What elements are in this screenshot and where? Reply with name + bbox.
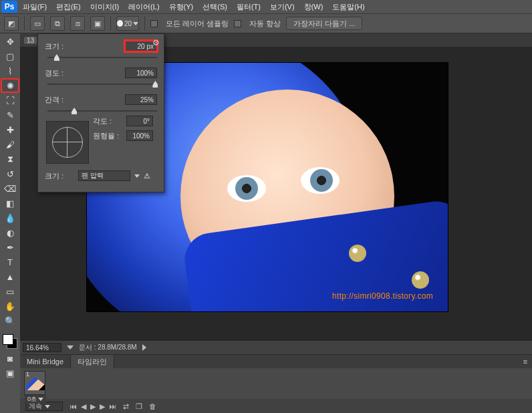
watermark-text: http://simri0908.tistory.com xyxy=(332,291,433,301)
image-eye-right xyxy=(301,167,340,194)
first-frame-icon[interactable]: ⏮ xyxy=(70,402,77,410)
eyedropper-tool-icon[interactable]: ✎ xyxy=(1,108,19,122)
pen-tool-icon[interactable]: ✒ xyxy=(1,241,19,254)
angle-label: 각도 : xyxy=(93,116,122,126)
size-mode-value: 펜 압력 xyxy=(82,171,104,180)
menu-help[interactable]: 도움말(H) xyxy=(328,1,368,13)
sample-all-layers-label: 모든 레이어 샘플링 xyxy=(166,19,229,29)
spacing-input[interactable]: 25% xyxy=(125,94,157,105)
stamp-tool-icon[interactable]: ⧗ xyxy=(1,152,19,166)
menu-file[interactable]: 파일(F) xyxy=(19,1,51,13)
duplicate-frame-icon[interactable]: ❐ xyxy=(136,402,142,411)
hand-tool-icon[interactable]: ✋ xyxy=(1,299,19,313)
refine-edge-button[interactable]: 가장자리 다듬기 ... xyxy=(286,17,362,30)
brush-tool-icon[interactable]: 🖌 xyxy=(1,138,19,151)
history-brush-tool-icon[interactable]: ↺ xyxy=(1,167,19,180)
auto-enhance-label: 자동 향상 xyxy=(249,19,281,29)
auto-enhance-checkbox[interactable] xyxy=(234,20,241,27)
panel-menu-icon[interactable]: ≡ xyxy=(519,355,532,368)
image-snap xyxy=(349,245,366,262)
roundness-label: 원형율 : xyxy=(93,131,122,141)
screen-mode-icon[interactable]: ▣ xyxy=(1,366,19,380)
warning-icon: ⚠ xyxy=(144,172,150,180)
sample-all-layers-checkbox[interactable] xyxy=(150,20,158,27)
next-frame-icon[interactable]: ▶ xyxy=(100,402,105,411)
doc-size-label: 문서 : 28.8M/28.8M xyxy=(79,343,137,352)
hardness-label: 경도 : xyxy=(45,68,74,78)
size-mode-select[interactable]: 펜 압력 xyxy=(78,170,130,181)
menu-layer[interactable]: 레이어(L) xyxy=(124,1,163,13)
size-label: 크기 : xyxy=(45,41,74,51)
menu-select[interactable]: 선택(S) xyxy=(198,1,231,13)
frame-number: 1 xyxy=(26,371,29,378)
zoom-input[interactable]: 16.64% xyxy=(23,343,61,352)
app-logo: Ps xyxy=(1,1,17,13)
foreground-color-swatch[interactable] xyxy=(3,334,13,345)
chevron-right-icon[interactable] xyxy=(142,344,146,351)
new-selection-icon[interactable]: ▭ xyxy=(30,16,45,31)
spacing-label: 간격 : xyxy=(45,95,74,105)
separator xyxy=(24,16,25,31)
intersect-selection-icon[interactable]: ▣ xyxy=(90,16,105,31)
chevron-down-icon[interactable] xyxy=(67,346,74,350)
prev-frame-icon[interactable]: ◀ xyxy=(81,402,86,411)
tool-panel: ✥ ▢ ⌇ ✺ ⛶ ✎ ✚ 🖌 ⧗ ↺ ⌫ ◧ 💧 ◐ ✒ T ▲ ▭ ✋ 🔍 … xyxy=(0,33,20,381)
delete-frame-icon[interactable]: 🗑 xyxy=(149,402,156,410)
separator xyxy=(110,16,111,31)
frame-thumbnail xyxy=(26,377,45,390)
angle-input[interactable]: 0° xyxy=(126,116,153,126)
size-mode-label: 크기 : xyxy=(45,171,74,181)
subtract-selection-icon[interactable]: ⧈ xyxy=(70,16,85,31)
path-selection-tool-icon[interactable]: ▲ xyxy=(1,270,19,283)
menu-type[interactable]: 유형(Y) xyxy=(165,1,198,13)
hardness-input[interactable]: 100% xyxy=(125,67,157,78)
timeline-frames: 1 0초 xyxy=(20,368,532,399)
zoom-tool-icon[interactable]: 🔍 xyxy=(1,314,19,327)
brush-dot-icon xyxy=(117,20,123,27)
menu-view[interactable]: 보기(V) xyxy=(266,1,299,13)
shape-tool-icon[interactable]: ▭ xyxy=(1,285,19,298)
tab-mini-bridge[interactable]: Mini Bridge xyxy=(20,355,71,368)
crop-tool-icon[interactable]: ⛶ xyxy=(1,94,19,107)
panel-tabs: Mini Bridge 타임라인 ≡ xyxy=(20,355,532,368)
quick-selection-tool-icon[interactable]: ✺ xyxy=(1,79,19,92)
image-snap xyxy=(412,271,429,289)
gradient-tool-icon[interactable]: ◧ xyxy=(1,196,19,210)
chevron-down-icon xyxy=(45,405,50,408)
roundness-input[interactable]: 100% xyxy=(126,130,153,141)
color-swatches[interactable] xyxy=(1,333,19,350)
add-selection-icon[interactable]: ⧉ xyxy=(50,16,65,31)
type-tool-icon[interactable]: T xyxy=(1,255,19,269)
marquee-tool-icon[interactable]: ▢ xyxy=(1,49,19,63)
frame-duration[interactable]: 0초 xyxy=(25,395,46,403)
menu-window[interactable]: 창(W) xyxy=(300,1,327,13)
menu-image[interactable]: 이미지(I) xyxy=(86,1,123,13)
brush-size-short: 20 xyxy=(124,20,132,27)
lasso-tool-icon[interactable]: ⌇ xyxy=(1,64,19,78)
tool-preset-icon[interactable]: ◩ xyxy=(4,16,19,31)
menu-edit[interactable]: 편집(E) xyxy=(52,1,85,13)
gear-icon[interactable]: ⚙ xyxy=(152,38,160,47)
size-slider[interactable] xyxy=(47,54,157,61)
timeline-frame[interactable]: 1 0초 xyxy=(24,371,45,395)
brush-preset-picker[interactable]: 20 xyxy=(116,16,139,31)
last-frame-icon[interactable]: ⏭ xyxy=(109,402,116,410)
chevron-down-icon xyxy=(133,22,138,25)
eraser-tool-icon[interactable]: ⌫ xyxy=(1,182,19,195)
options-bar: ◩ ▭ ⧉ ⧈ ▣ 20 모든 레이어 샘플링 자동 향상 가장자리 다듬기 .… xyxy=(0,13,532,33)
quick-mask-icon[interactable]: ◙ xyxy=(1,352,19,365)
bottom-panels: Mini Bridge 타임라인 ≡ 1 0초 계속 ⏮ ◀ ▶ ▶ ⏭ ⇄ ❐… xyxy=(20,354,532,413)
tab-number: 13 xyxy=(24,37,37,44)
healing-brush-tool-icon[interactable]: ✚ xyxy=(1,123,19,136)
brush-settings-popup: ⚙ 크기 : 20 px 경도 : 100% 간격 : 25% 각도 : 0° … xyxy=(37,33,164,192)
play-icon[interactable]: ▶ xyxy=(90,402,96,411)
dodge-tool-icon[interactable]: ◐ xyxy=(1,226,19,239)
tab-timeline[interactable]: 타임라인 xyxy=(71,355,114,368)
menu-filter[interactable]: 필터(T) xyxy=(233,1,265,13)
spacing-slider[interactable] xyxy=(47,108,157,114)
move-tool-icon[interactable]: ✥ xyxy=(1,35,19,48)
tween-icon[interactable]: ⇄ xyxy=(123,402,129,411)
brush-angle-preview[interactable] xyxy=(46,121,89,164)
blur-tool-icon[interactable]: 💧 xyxy=(1,211,19,225)
hardness-slider[interactable] xyxy=(47,81,157,88)
